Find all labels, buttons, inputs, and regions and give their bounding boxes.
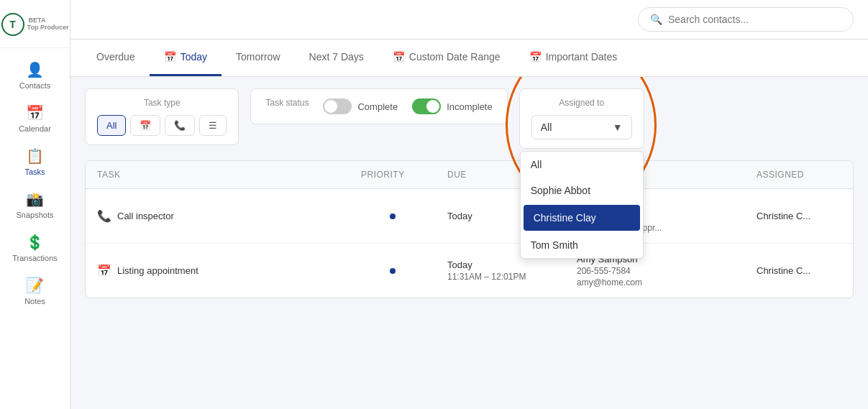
sidebar-item-contacts[interactable]: 👤 Contacts (0, 54, 70, 97)
snapshots-icon: 📸 (26, 190, 44, 208)
chevron-down-icon: ▼ (613, 121, 623, 133)
tab-tomorrow[interactable]: Tomorrow (221, 40, 294, 76)
sidebar-item-label: Transactions (12, 254, 58, 262)
contacts-icon: 👤 (26, 61, 44, 78)
type-btn-phone[interactable]: 📞 (165, 115, 195, 136)
search-input[interactable] (668, 14, 841, 25)
transactions-icon: 💲 (26, 234, 44, 251)
incomplete-label: Incomplete (447, 101, 493, 112)
table-row[interactable]: 📅 Listing appointment Today 11:31AM – 12… (86, 244, 853, 298)
sidebar-item-label: Contacts (19, 81, 50, 90)
col-task: Task (86, 161, 350, 188)
due-date: Today (447, 259, 554, 270)
tasks-icon: 📋 (26, 147, 44, 165)
assigned-current-value: All (541, 121, 552, 133)
assigned-to-filter: Assigned to All ▼ All Sophie Abbot Chris… (519, 88, 644, 149)
type-btn-all[interactable]: All (97, 115, 126, 136)
tab-next7days-label: Next 7 Days (309, 51, 364, 63)
type-btn-list[interactable]: ☰ (199, 115, 227, 136)
sidebar-item-notes[interactable]: 📝 Notes (0, 270, 70, 313)
contact-phone: 206-555-7584 (577, 266, 734, 276)
tab-importantdates[interactable]: 📅 Important Dates (515, 40, 632, 76)
assigned-to-label: Assigned to (531, 98, 632, 108)
tab-importantdates-label: Important Dates (546, 51, 618, 63)
sidebar-item-label: Snapshots (17, 211, 54, 219)
contact-email: amy@home.com (577, 277, 734, 288)
table-row[interactable]: 📞 Call inspector Today Jen (86, 189, 853, 244)
priority-dot (390, 268, 396, 274)
logo-icon: T (1, 13, 24, 36)
sidebar-item-snapshots[interactable]: 📸 Snapshots (0, 183, 70, 226)
complete-toggle-group: Complete (323, 98, 398, 114)
task-cell: 📞 Call inspector (86, 199, 350, 233)
filters-row: Task type All 📅 📞 ☰ Task status Complete (85, 88, 854, 149)
col-assigned: Assigned (745, 161, 853, 188)
task-type-buttons: All 📅 📞 ☰ (97, 115, 227, 136)
tasks-table: Task Priority Due Contact Assigned 📞 Cal… (85, 160, 854, 298)
task-type-filter: Task type All 📅 📞 ☰ (85, 88, 239, 145)
sidebar-item-label: Notes (24, 297, 45, 305)
tab-overdue[interactable]: Overdue (82, 40, 150, 76)
main-content: 🔍 Overdue 📅 Today Tomorrow Next 7 Days 📅… (70, 0, 868, 409)
toggle-check-icon: ✓ (431, 100, 438, 110)
content-area: Task type All 📅 📞 ☰ Task status Complete (70, 77, 868, 409)
tab-customdate-label: Custom Date Range (409, 51, 501, 63)
assigned-cell: Christine C... (745, 255, 853, 286)
dropdown-item-tom[interactable]: Tom Smith (521, 232, 643, 258)
assigned-select[interactable]: All ▼ (531, 115, 632, 139)
header: 🔍 (70, 0, 868, 40)
due-time: 11:31AM – 12:01PM (447, 272, 554, 282)
dropdown-item-all[interactable]: All (521, 152, 643, 178)
complete-label: Complete (357, 101, 398, 112)
notes-icon: 📝 (26, 277, 44, 294)
sidebar-item-transactions[interactable]: 💲 Transactions (0, 226, 70, 270)
calendar-task-icon: 📅 (97, 264, 111, 277)
task-status-label: Task status (265, 98, 309, 108)
tab-customdate-icon: 📅 (393, 51, 405, 63)
table-header: Task Priority Due Contact Assigned (86, 161, 853, 189)
tab-today[interactable]: 📅 Today (150, 40, 221, 76)
sidebar-item-label: Tasks (24, 167, 45, 176)
task-cell: 📅 Listing appointment (86, 254, 350, 288)
task-type-label: Task type (97, 98, 227, 108)
complete-toggle[interactable] (323, 98, 352, 114)
calendar-icon: 📅 (26, 104, 44, 121)
tab-customdate[interactable]: 📅 Custom Date Range (378, 40, 515, 76)
priority-cell (350, 203, 436, 229)
tabs-bar: Overdue 📅 Today Tomorrow Next 7 Days 📅 C… (70, 40, 868, 77)
assigned-value: Christine C... (757, 211, 810, 221)
tab-next7days[interactable]: Next 7 Days (295, 40, 378, 76)
tab-importantdates-icon: 📅 (529, 51, 542, 63)
priority-dot (390, 213, 396, 219)
sidebar: T BETA Top Producer 👤 Contacts 📅 Calenda… (0, 0, 70, 409)
search-icon: 🔍 (650, 14, 662, 25)
assigned-value: Christine C... (757, 265, 810, 276)
dropdown-item-christine[interactable]: Christine Clay (524, 205, 640, 231)
incomplete-toggle-group: ✓ Incomplete (412, 98, 493, 114)
phone-icon: 📞 (97, 209, 111, 223)
assigned-dropdown: All Sophie Abbot Christine Clay Tom Smit… (520, 151, 644, 259)
type-btn-calendar[interactable]: 📅 (130, 115, 160, 136)
tab-overdue-label: Overdue (96, 51, 135, 63)
priority-cell (350, 258, 436, 284)
sidebar-item-calendar[interactable]: 📅 Calendar (0, 97, 70, 140)
logo-area: T BETA Top Producer (0, 6, 70, 48)
task-name-text: Listing appointment (117, 265, 198, 276)
col-priority: Priority (350, 161, 436, 188)
dropdown-item-sophie[interactable]: Sophie Abbot (521, 178, 643, 203)
search-box[interactable]: 🔍 (638, 7, 854, 32)
tab-tomorrow-label: Tomorrow (236, 51, 280, 63)
tab-today-label: Today (181, 51, 207, 63)
assigned-cell: Christine C... (745, 201, 853, 231)
task-status-filter: Task status Complete ✓ Incomplete (250, 88, 507, 124)
task-name-text: Call inspector (117, 211, 174, 221)
incomplete-toggle[interactable]: ✓ (412, 98, 441, 114)
sidebar-item-tasks[interactable]: 📋 Tasks (0, 140, 70, 183)
sidebar-item-label: Calendar (19, 124, 51, 133)
logo-text: BETA Top Producer (27, 17, 69, 32)
tab-today-icon: 📅 (164, 51, 176, 63)
